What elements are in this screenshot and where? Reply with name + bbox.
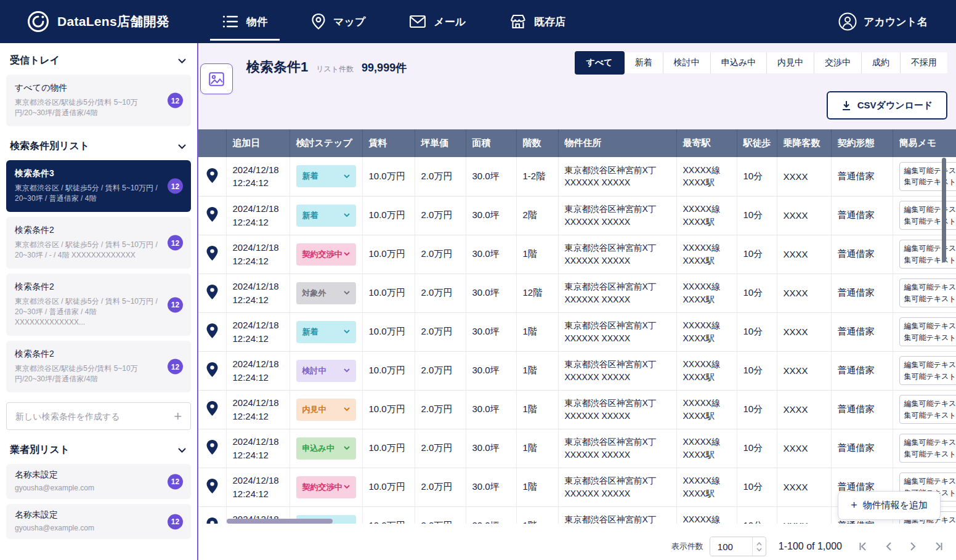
table-row[interactable]: 2024/12/1812:24:12 申込み中 10.0万円 2.0万円 30.… — [198, 429, 956, 468]
row-pin-cell — [198, 196, 226, 235]
status-tab-negotiating[interactable]: 交渉中 — [814, 52, 861, 73]
sidebar-item-vendor-1[interactable]: 名称未設定 gyousha@example.com 12 — [6, 464, 191, 499]
memo-editor[interactable]: 編集可能テキスト集可能テキスト — [899, 278, 956, 307]
row-pin-cell — [198, 468, 226, 506]
map-pin-icon[interactable] — [206, 517, 218, 524]
passengers-cell: XXXX — [777, 429, 831, 468]
memo-editor[interactable]: 編集可能テキスト集可能テキスト — [899, 356, 956, 385]
map-pin-icon[interactable] — [206, 246, 218, 261]
status-step-select[interactable]: 契約交渉中 — [296, 243, 356, 266]
tsubo-price-cell: 2.0万円 — [415, 390, 466, 429]
map-pin-icon[interactable] — [206, 362, 218, 377]
tsubo-price-cell: 2.0万円 — [415, 429, 466, 468]
address-cell: 東京都渋谷区神宮前X丁XXXXXX XXXXX — [558, 235, 676, 274]
status-tab-applying[interactable]: 申込み中 — [710, 52, 766, 73]
table-row[interactable]: 2024/12/1812:24:12 検討中 10.0万円 2.0万円 30.0… — [198, 351, 956, 390]
property-table: 追加日 検討ステップ 賃料 坪単価 面積 階数 物件住所 最寄駅 駅徒歩 乗降客… — [198, 129, 956, 524]
memo-cell: 編集可能テキスト集可能テキスト — [893, 157, 956, 196]
status-step-select[interactable]: 新着 — [296, 165, 356, 187]
nav-item-map[interactable]: マップ — [290, 0, 387, 43]
passengers-cell: XXXX — [777, 312, 831, 351]
station-cell: XXXXX線XXXX駅 — [676, 390, 737, 429]
sidebar-section-vendor-lists[interactable]: 業者別リスト — [6, 440, 191, 464]
last-page-icon[interactable] — [933, 542, 944, 551]
status-tab-new[interactable]: 新着 — [624, 52, 663, 73]
table-row[interactable]: 2024/12/1812:24:12 内見中 10.0万円 2.0万円 30.0… — [198, 390, 956, 429]
account-menu[interactable]: アカウント名 — [838, 12, 956, 31]
count-badge: 12 — [168, 474, 183, 489]
table-row[interactable]: 2024/12/1812:24:12 新着 10.0万円 2.0万円 30.0坪… — [198, 312, 956, 351]
sidebar-item-search-condition-2b[interactable]: 検索条件2 東京都渋谷区 / 駅徒歩5分 / 賃料 5~10万円 / 20~30… — [6, 274, 191, 336]
per-page-value-input[interactable] — [710, 537, 752, 556]
map-pin-icon[interactable] — [206, 440, 218, 455]
status-tab-viewing[interactable]: 内見中 — [766, 52, 814, 73]
next-page-icon[interactable] — [909, 542, 917, 551]
map-pin-icon[interactable] — [206, 207, 218, 222]
memo-editor[interactable]: 編集可能テキスト集可能テキスト — [899, 317, 956, 346]
memo-editor[interactable]: 編集可能テキスト集可能テキスト — [899, 395, 956, 424]
plus-icon[interactable]: + — [174, 410, 182, 423]
walk-cell: 10分 — [737, 312, 777, 351]
status-step-select[interactable]: 申込み中 — [296, 437, 356, 460]
status-step-select[interactable]: 新着 — [296, 205, 356, 227]
map-pin-icon[interactable] — [206, 401, 218, 416]
sidebar-section-search-lists[interactable]: 検索条件別リスト — [6, 136, 191, 160]
status-step-value: 対象外 — [302, 288, 326, 299]
tsubo-price-cell: 2.0万円 — [415, 274, 466, 312]
status-tab-all[interactable]: すべて — [575, 51, 625, 75]
map-pin-icon[interactable] — [206, 168, 218, 183]
prev-page-icon[interactable] — [885, 542, 893, 551]
status-tab-considering[interactable]: 検討中 — [663, 52, 710, 73]
first-page-icon[interactable] — [858, 542, 869, 551]
map-view-toggle-button[interactable] — [200, 63, 233, 94]
table-body: 2024/12/1812:24:12 新着 10.0万円 2.0万円 30.0坪… — [198, 157, 956, 524]
nav-item-mail[interactable]: メール — [387, 0, 488, 43]
address-cell: 東京都渋谷区神宮前X丁XXXXXX XXXXX — [558, 312, 676, 351]
map-pin-icon[interactable] — [206, 285, 218, 299]
table-row[interactable]: 2024/12/1812:24:12 新着 10.0万円 2.0万円 30.0坪… — [198, 157, 956, 196]
sidebar-item-search-condition-2c[interactable]: 検索条件2 東京都渋谷区/駅徒歩5分/賃料 5~10万円/20~30坪/普通借家… — [6, 341, 191, 392]
new-search-condition-input[interactable] — [15, 412, 174, 421]
status-step-value: 新着 — [302, 171, 318, 182]
sidebar-item-all-properties[interactable]: すべての物件 東京都渋谷区/駅徒歩5分/賃料 5~10万円/20~30坪/普通借… — [6, 75, 191, 126]
per-page-stepper[interactable] — [752, 537, 766, 556]
passengers-cell: XXXX — [777, 506, 831, 524]
map-pin-icon[interactable] — [206, 323, 218, 338]
memo-cell: 編集可能テキスト集可能テキスト — [893, 390, 956, 429]
added-date-cell: 2024/12/1812:24:12 — [226, 274, 290, 312]
memo-editor[interactable]: 編集可能テキスト集可能テキスト — [899, 162, 956, 191]
status-tab-rejected[interactable]: 不採用 — [900, 52, 947, 73]
status-step-select[interactable]: 対象外 — [296, 282, 356, 304]
sidebar-item-search-condition-3[interactable]: 検索条件3 東京都渋谷区 / 駅徒歩5分 / 賃料 5~10万円 / 20~30… — [6, 160, 191, 212]
per-page-input-box — [710, 537, 766, 556]
new-search-condition-box[interactable]: + — [6, 402, 191, 430]
memo-editor[interactable]: 編集可能テキスト集可能テキスト — [899, 240, 956, 269]
main-nav: 物件 マップ メール 既存店 — [200, 0, 588, 43]
table-row[interactable]: 2024/12/1812:24:12 新着 10.0万円 2.0万円 30.0坪… — [198, 196, 956, 235]
nav-item-existing-stores[interactable]: 既存店 — [488, 0, 588, 43]
status-step-select[interactable]: 新着 — [296, 321, 356, 343]
sidebar-item-search-condition-2a[interactable]: 検索条件2 東京都渋谷区 / 駅徒歩5分 / 賃料 5~10万円 / 20~30… — [6, 217, 191, 269]
memo-editor[interactable]: 編集可能テキスト集可能テキスト — [899, 201, 956, 230]
status-step-select[interactable]: 内見中 — [296, 399, 356, 421]
add-property-button[interactable]: + 物件情報を追加 — [838, 491, 941, 520]
status-step-select[interactable]: 契約交渉中 — [296, 476, 356, 498]
status-tab-contracted[interactable]: 成約 — [861, 52, 900, 73]
area-cell: 30.0坪 — [466, 468, 516, 506]
vertical-scrollbar-thumb[interactable] — [942, 158, 946, 262]
tsubo-price-cell: 2.0万円 — [415, 157, 466, 196]
passengers-cell: XXXX — [777, 390, 831, 429]
table-row[interactable]: 2024/12/1812:24:12 対象外 10.0万円 2.0万円 30.0… — [198, 274, 956, 312]
csv-download-button[interactable]: CSVダウンロード — [827, 91, 947, 120]
status-step-cell: 内見中 — [290, 390, 362, 429]
floor-cell: 1階 — [516, 235, 558, 274]
sidebar-section-inbox[interactable]: 受信トレイ — [6, 51, 191, 75]
memo-cell: 編集可能テキスト集可能テキスト — [893, 235, 956, 274]
table-row[interactable]: 2024/12/1812:24:12 契約交渉中 10.0万円 2.0万円 30… — [198, 235, 956, 274]
horizontal-scrollbar-thumb[interactable] — [227, 519, 333, 524]
memo-editor[interactable]: 編集可能テキスト集可能テキスト — [899, 434, 956, 463]
map-pin-icon[interactable] — [206, 479, 218, 493]
sidebar-item-vendor-2[interactable]: 名称未設定 gyousha@example.com 12 — [6, 504, 191, 539]
status-step-select[interactable]: 検討中 — [296, 360, 356, 382]
nav-item-properties[interactable]: 物件 — [200, 0, 290, 43]
